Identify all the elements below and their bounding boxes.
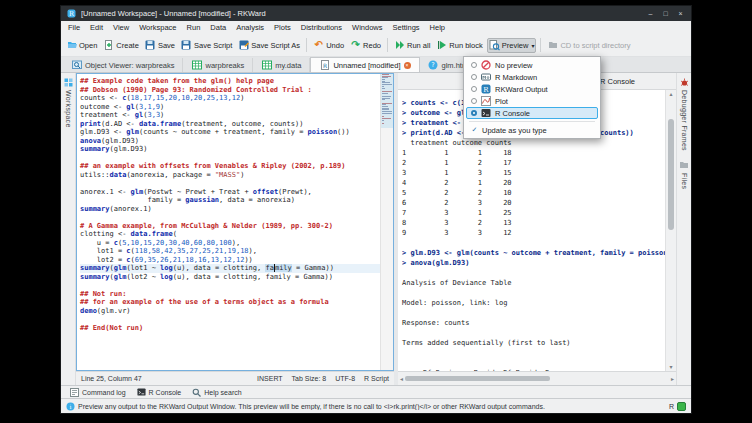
code-line: outcome <- gl(3,1,9) <box>80 103 381 112</box>
input-mode[interactable]: INSERT <box>257 375 283 382</box>
save-script-as-button[interactable]: Save Script As <box>236 38 302 53</box>
code-segment: summary <box>80 264 110 272</box>
cursor-position[interactable]: Line 25, Column 47 <box>81 375 142 382</box>
console-input-line: > glm.D93 <- glm(counts ~ outcome + trea… <box>402 248 665 258</box>
vscroll-thumb[interactable] <box>668 119 674 230</box>
menu-settings[interactable]: Settings <box>387 23 424 32</box>
menu-item-rkward-output[interactable]: RRKWard Output <box>466 83 598 95</box>
save-icon <box>145 40 156 51</box>
code-segment: (glm.vr) <box>97 307 131 315</box>
script-editor[interactable]: ## Example code taken from the glm() hel… <box>76 73 394 371</box>
toolview-workspace[interactable]: Workspace <box>65 90 72 128</box>
close-icon[interactable]: × <box>675 10 686 17</box>
console-input-line: > anova(glm.D93) <box>402 258 665 268</box>
code-line: glm.D93 <- glm(counts ~ outcome + treatm… <box>80 128 381 137</box>
scroll-up-icon[interactable]: ▴ <box>669 90 672 98</box>
create-button[interactable]: Create <box>101 38 141 53</box>
code-segment: ()) <box>337 128 350 136</box>
toolview-files[interactable]: Files <box>681 173 688 189</box>
console-hscrollbar[interactable]: ◂ ▸ <box>398 371 676 385</box>
menu-windows[interactable]: Windows <box>347 23 387 32</box>
svg-text:i: i <box>70 402 72 409</box>
run-block-button[interactable]: Run block <box>434 38 484 53</box>
menu-distributions[interactable]: Distributions <box>296 23 347 32</box>
menu-workspace[interactable]: Workspace <box>134 23 181 32</box>
code-segment: summary <box>80 273 110 281</box>
save-button[interactable]: Save <box>143 38 177 53</box>
tab-object-viewer-warpbreaks[interactable]: Object Viewer: warpbreaks <box>63 58 183 72</box>
cd-to-script-directory-button[interactable]: CD to script directory <box>545 38 632 53</box>
run-all-button[interactable]: Run all <box>392 38 432 53</box>
menu-item-label: Update as you type <box>482 126 547 135</box>
code-segment: anorex.1 <- <box>80 188 131 196</box>
menu-item-no-preview[interactable]: No preview <box>466 59 598 71</box>
menu-item-plot[interactable]: Plot <box>466 95 598 107</box>
menu-data[interactable]: Data <box>205 23 231 32</box>
menu-help[interactable]: Help <box>425 23 450 32</box>
hscroll-thumb[interactable] <box>405 376 550 381</box>
code-segment: anova <box>80 137 101 145</box>
menu-analysis[interactable]: Analysis <box>231 23 269 32</box>
preview-button[interactable]: Preview▾ <box>487 38 537 53</box>
toolview-help-search[interactable]: Help search <box>188 387 245 398</box>
code-segment: ## Not run: <box>80 290 131 298</box>
toolview-r-console[interactable]: R Console <box>133 387 186 398</box>
scroll-down-icon[interactable]: ▾ <box>669 363 672 371</box>
scroll-left-icon[interactable]: ◂ <box>400 375 403 382</box>
tab-warpbreaks[interactable]: warpbreaks <box>183 58 253 72</box>
code-segment: ), <box>249 247 257 255</box>
encoding[interactable]: UTF-8 <box>335 375 355 382</box>
create-label: Create <box>116 41 139 50</box>
checkmark-icon: ✓ <box>471 126 478 134</box>
code-segment: ## Dobson (1990) Page 93: Randomized Con… <box>80 86 312 94</box>
code-line: anova(glm.D93) <box>80 137 381 146</box>
redo-button[interactable]: ↷Redo <box>348 38 383 53</box>
menu-view[interactable]: View <box>108 23 134 32</box>
svg-text:R: R <box>483 86 489 94</box>
console-vscrollbar[interactable]: ▴ ▾ <box>665 90 676 371</box>
code-area[interactable]: ## Example code taken from the glm() hel… <box>77 74 381 370</box>
highlight-mode[interactable]: R Script <box>364 375 389 382</box>
code-line: ## Dobson (1990) Page 93: Randomized Con… <box>80 86 381 95</box>
menu-plots[interactable]: Plots <box>269 23 296 32</box>
menu-item-r-console[interactable]: R Console <box>466 107 598 119</box>
menu-run[interactable]: Run <box>182 23 206 32</box>
code-segment: "MASS" <box>215 171 240 179</box>
vscroll-track[interactable] <box>666 98 676 363</box>
tab-my-data[interactable]: my.data <box>253 58 310 72</box>
open-button[interactable]: Open <box>64 38 99 53</box>
toolview-command-log[interactable]: Command log <box>66 387 130 398</box>
toolview-debugger-frames[interactable]: Debugger Frames <box>681 90 688 151</box>
code-line: summary(glm(lot1 ~ log(u), data = clotti… <box>80 264 381 273</box>
code-line: ## Example code taken from the glm() hel… <box>80 77 381 86</box>
menu-item-r-markdown[interactable]: R Markdown <box>466 71 598 83</box>
menu-item-label: R Console <box>495 109 530 118</box>
tab-unnamed-modified[interactable]: RUnnamed [modified]× <box>310 57 419 72</box>
menu-item-update-as-you-type[interactable]: ✓Update as you type <box>466 124 598 136</box>
code-segment: counts <- <box>80 94 122 102</box>
tab-modified-close-icon[interactable]: × <box>404 62 411 69</box>
preview-pane-title: R Console <box>600 77 635 86</box>
r-engine-status-indicator[interactable] <box>677 402 686 411</box>
preview-icon <box>489 40 500 51</box>
maximize-icon[interactable]: □ <box>660 10 671 17</box>
save-script-button[interactable]: Save Script <box>179 38 234 53</box>
titlebar[interactable]: R [Unnamed Workspace] - Unnamed [modifie… <box>61 6 691 21</box>
preview-label: Preview <box>502 41 529 50</box>
editor-minimap-scrollbar[interactable] <box>380 74 393 370</box>
table-icon <box>261 60 272 71</box>
tab-label: my.data <box>275 61 301 70</box>
cd-to-script-directory-label: CD to script directory <box>560 41 630 50</box>
run-all-label: Run all <box>407 41 430 50</box>
code-line: family = gaussian, data = anorexia) <box>80 196 381 205</box>
code-segment: ) <box>240 94 244 102</box>
code-segment: poisson <box>308 128 338 136</box>
code-line <box>80 154 381 163</box>
scroll-right-icon[interactable]: ▸ <box>671 375 674 382</box>
hscroll-track[interactable] <box>405 375 669 382</box>
tab-size[interactable]: Tab Size: 8 <box>292 375 327 382</box>
minimize-icon[interactable]: – <box>645 10 656 17</box>
undo-button[interactable]: ↶Undo <box>311 38 346 53</box>
menu-edit[interactable]: Edit <box>85 23 108 32</box>
menu-file[interactable]: File <box>63 23 85 32</box>
